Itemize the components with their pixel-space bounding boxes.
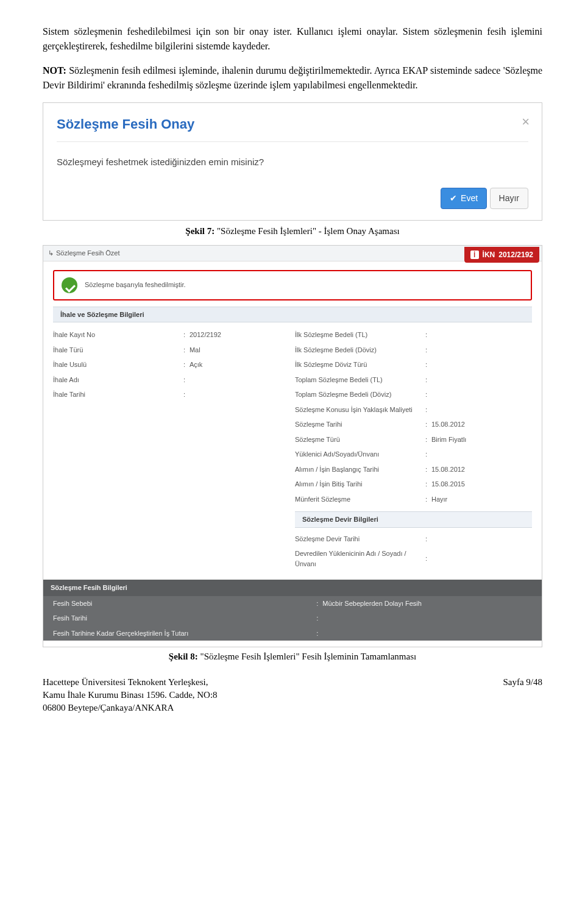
- kv-row: İhale Adı:: [53, 372, 290, 388]
- kv-colon: :: [183, 360, 190, 370]
- kv-value: Birim Fiyatlı: [431, 435, 532, 445]
- close-icon[interactable]: ×: [522, 112, 530, 132]
- confirm-modal: × Sözleşme Fesih Onay Sözleşmeyi feshetm…: [43, 103, 542, 220]
- modal-footer: ✔ Evet Hayır: [57, 188, 528, 209]
- kv-colon: :: [425, 360, 431, 370]
- kv-label: Fesih Tarihine Kadar Gerçekleştirilen İş…: [53, 628, 316, 639]
- kv-value: Mal: [190, 345, 290, 355]
- kv-value: 15.08.2012: [431, 464, 532, 475]
- kv-value: Açık: [190, 360, 290, 370]
- kv-colon: :: [183, 345, 190, 355]
- kv-row: Devredilen Yüklenicinin Adı / Soyadı / Ü…: [295, 546, 532, 571]
- kv-value: 2012/2192: [190, 330, 290, 340]
- kv-row: Sözleşme Tarihi:15.08.2012: [295, 417, 532, 432]
- kv-row: Sözleşme Türü:Birim Fiyatlı: [295, 432, 532, 447]
- kv-value: 15.08.2012: [431, 419, 532, 430]
- ikn-label: İKN: [483, 249, 495, 260]
- kv-label: Fesih Sebebi: [53, 599, 316, 609]
- kv-label: Alımın / İşin Başlangıç Tarihi: [295, 464, 425, 475]
- kv-colon: :: [425, 449, 431, 460]
- left-col: İhale Kayıt No:2012/2192İhale Türü:Malİh…: [53, 327, 290, 571]
- kv-colon: :: [425, 464, 431, 475]
- kv-row: İlk Sözleşme Döviz Türü:: [295, 357, 532, 372]
- footer-address: Hacettepe Üniversitesi Teknokent Yerleşk…: [43, 676, 218, 714]
- kv-colon: :: [425, 375, 431, 385]
- right-col: İlk Sözleşme Bedeli (TL):İlk Sözleşme Be…: [295, 327, 532, 571]
- kv-label: Alımın / İşin Bitiş Tarihi: [295, 479, 425, 489]
- section-ihale-sozlesme: İhale ve Sözleşme Bilgileri: [53, 307, 532, 323]
- breadcrumb-text: Sözleşme Fesih Özet: [56, 248, 120, 258]
- figure7-text: "Sözleşme Fesih İşlemleri" - İşlem Onay …: [214, 226, 399, 236]
- figure8-text: "Sözleşme Fesih İşlemleri" Fesih İşlemin…: [198, 652, 416, 661]
- kv-label: Toplam Sözleşme Bedeli (Döviz): [295, 389, 425, 400]
- kv-row: Yüklenici Adı/Soyadı/Ünvanı:: [295, 447, 532, 462]
- kv-label: İhale Adı: [53, 375, 183, 385]
- kv-label: Sözleşme Tarihi: [295, 419, 425, 430]
- note-text: Sözleşmenin fesih edilmesi işleminde, ih…: [43, 65, 542, 90]
- figure8-label: Şekil 8:: [169, 652, 198, 661]
- kv-row: İhale Tarihi:: [53, 387, 290, 402]
- check-icon: ✔: [450, 192, 457, 205]
- info-columns: İhale Kayıt No:2012/2192İhale Türü:Malİh…: [43, 322, 542, 571]
- divider: [57, 141, 528, 142]
- kv-label: İlk Sözleşme Bedeli (TL): [295, 330, 425, 340]
- yes-label: Evet: [461, 192, 478, 205]
- kv-row: Alımın / İşin Başlangıç Tarihi:15.08.201…: [295, 462, 532, 477]
- kv-row: İhale Kayıt No:2012/2192: [53, 327, 290, 343]
- success-text: Sözleşme başarıyla feshedilmiştir.: [85, 280, 186, 290]
- kv-row: Sözleşme Konusu İşin Yaklaşık Maliyeti:: [295, 402, 532, 418]
- kv-colon: :: [425, 534, 431, 544]
- kv-colon: :: [183, 375, 190, 385]
- no-button[interactable]: Hayır: [490, 188, 528, 209]
- paragraph-note: NOT: Sözleşmenin fesih edilmesi işlemind…: [43, 63, 542, 93]
- kv-value: 15.08.2015: [431, 479, 532, 489]
- kv-value: Hayır: [431, 494, 532, 505]
- yes-button[interactable]: ✔ Evet: [441, 188, 487, 209]
- success-notice: Sözleşme başarıyla feshedilmiştir.: [53, 270, 532, 300]
- kv-label: İhale Türü: [53, 345, 183, 355]
- kv-label: İhale Usulü: [53, 360, 183, 370]
- kv-row: Fesih Tarihine Kadar Gerçekleştirilen İş…: [43, 626, 542, 641]
- kv-colon: :: [425, 405, 431, 415]
- kv-colon: :: [316, 613, 322, 624]
- footer-line3: 06800 Beytepe/Çankaya/ANKARA: [43, 702, 218, 714]
- kv-row: Toplam Sözleşme Bedeli (TL):: [295, 372, 532, 388]
- note-label: NOT:: [43, 65, 66, 76]
- kv-colon: :: [425, 479, 431, 489]
- kv-label: İhale Kayıt No: [53, 330, 183, 340]
- kv-row: Toplam Sözleşme Bedeli (Döviz):: [295, 387, 532, 402]
- figure7-label: Şekil 7:: [185, 226, 214, 236]
- kv-label: Sözleşme Türü: [295, 435, 425, 445]
- kv-colon: :: [316, 628, 322, 639]
- kv-row: Sözleşme Devir Tarihi:: [295, 531, 532, 547]
- kv-colon: :: [425, 435, 431, 445]
- page-number: Sayfa 9/48: [503, 676, 542, 714]
- kv-label: Devredilen Yüklenicinin Adı / Soyadı / Ü…: [295, 549, 425, 569]
- kv-row: İlk Sözleşme Bedeli (TL):: [295, 327, 532, 343]
- kv-colon: :: [425, 419, 431, 430]
- fesih-rows: Fesih Sebebi:Mücbir Sebeplerden Dolayı F…: [43, 596, 542, 641]
- figure8-caption: Şekil 8: "Sözleşme Fesih İşlemleri" Fesi…: [43, 650, 542, 664]
- kv-row: Fesih Tarihi:: [43, 611, 542, 626]
- kv-colon: :: [425, 345, 431, 355]
- ikn-badge: İ İKN 2012/2192: [464, 247, 539, 263]
- kv-row: Münferit Sözleşme:Hayır: [295, 492, 532, 507]
- modal-title: Sözleşme Fesih Onay: [57, 114, 528, 134]
- kv-row: Fesih Sebebi:Mücbir Sebeplerden Dolayı F…: [43, 596, 542, 611]
- kv-label: İhale Tarihi: [53, 389, 183, 400]
- kv-value: Mücbir Sebeplerden Dolayı Fesih: [322, 599, 532, 609]
- section-devir: Sözleşme Devir Bilgileri: [295, 511, 532, 528]
- kv-colon: :: [425, 389, 431, 400]
- ikn-flag-icon: İ: [470, 251, 479, 259]
- kv-row: İlk Sözleşme Bedeli (Döviz):: [295, 343, 532, 358]
- kv-label: İlk Sözleşme Döviz Türü: [295, 360, 425, 370]
- kv-label: Sözleşme Devir Tarihi: [295, 534, 425, 544]
- kv-colon: :: [425, 553, 431, 564]
- kv-colon: :: [425, 330, 431, 340]
- footer-line2: Kamu İhale Kurumu Binası 1596. Cadde, NO…: [43, 689, 218, 702]
- ikn-value: 2012/2192: [498, 249, 533, 260]
- breadcrumb-arrow-icon: ↳: [48, 248, 54, 258]
- kv-label: Yüklenici Adı/Soyadı/Ünvanı: [295, 449, 425, 460]
- kv-label: Sözleşme Konusu İşin Yaklaşık Maliyeti: [295, 405, 425, 415]
- kv-label: Toplam Sözleşme Bedeli (TL): [295, 375, 425, 385]
